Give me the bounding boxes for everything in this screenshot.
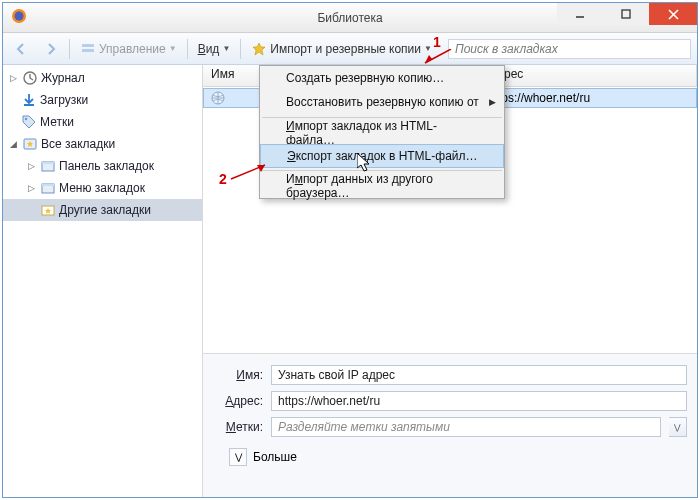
menu-item-label: Импорт данных из другого браузера…: [286, 172, 482, 200]
forward-button[interactable]: [39, 37, 63, 61]
sidebar-item-label: Загрузки: [40, 93, 88, 107]
separator: [240, 39, 241, 59]
chevron-down-icon: ▼: [169, 44, 177, 53]
menu-item-label: Создать резервную копию…: [286, 71, 444, 85]
svg-rect-10: [24, 104, 34, 106]
address-value: https://whoer.net/ru: [278, 394, 380, 408]
svg-rect-6: [82, 44, 94, 47]
menu-item-label: Экспорт закладок в HTML-файл…: [287, 149, 478, 163]
menu-import-html[interactable]: Импорт закладок из HTML-файла…: [260, 121, 504, 145]
column-address[interactable]: Адрес: [481, 65, 697, 86]
svg-point-11: [25, 118, 27, 120]
sidebar-item-label: Меню закладок: [59, 181, 145, 195]
svg-rect-3: [622, 10, 630, 18]
sidebar-item-downloads[interactable]: Загрузки: [3, 89, 202, 111]
menu-export-html[interactable]: Экспорт закладок в HTML-файл…: [260, 144, 504, 168]
folder-icon: [40, 158, 56, 174]
chevron-down-icon: ▼: [222, 44, 230, 53]
search-input[interactable]: Поиск в закладках: [448, 39, 691, 59]
expand-icon[interactable]: ▷: [25, 183, 37, 193]
folder-icon: [40, 180, 56, 196]
app-icon: [11, 8, 27, 27]
label-address: Адрес:: [213, 394, 263, 408]
sidebar-item-label: Все закладки: [41, 137, 115, 151]
sidebar-item-history[interactable]: ▷ Журнал: [3, 67, 202, 89]
svg-marker-8: [253, 43, 265, 55]
import-dropdown-menu: Создать резервную копию… Восстановить ре…: [259, 65, 505, 199]
maximize-button[interactable]: [603, 3, 649, 25]
toolbar: Управление ▼ Вид ▼ Импорт и резервные ко…: [3, 33, 697, 65]
sidebar-item-tags[interactable]: Метки: [3, 111, 202, 133]
address-field[interactable]: https://whoer.net/ru: [271, 391, 687, 411]
menu-item-label: Восстановить резервную копию от: [286, 95, 479, 109]
manage-button[interactable]: Управление ▼: [76, 37, 181, 61]
menu-restore-backup[interactable]: Восстановить резервную копию от ▶: [260, 90, 504, 114]
manage-label: Управление: [99, 42, 166, 56]
globe-icon: [210, 90, 226, 106]
close-button[interactable]: [649, 3, 697, 25]
svg-rect-7: [82, 49, 94, 52]
label-tags: Метки:: [213, 420, 263, 434]
title-bar: Библиотека: [3, 3, 697, 33]
tags-icon: [21, 114, 37, 130]
view-button[interactable]: Вид ▼: [194, 37, 235, 61]
sidebar-item-toolbar-bookmarks[interactable]: ▷ Панель закладок: [3, 155, 202, 177]
details-panel: Имя: Узнать свой IP адрес Адрес: https:/…: [203, 353, 697, 497]
menu-item-label: Импорт закладок из HTML-файла…: [286, 119, 482, 147]
close-icon: [668, 9, 679, 20]
history-icon: [22, 70, 38, 86]
name-field[interactable]: Узнать свой IP адрес: [271, 365, 687, 385]
forward-icon: [43, 41, 59, 57]
import-label: Импорт и резервные копии: [270, 42, 421, 56]
svg-rect-15: [42, 162, 54, 164]
sidebar: ▷ Журнал Загрузки Метки ◢ Все закладки ▷…: [3, 65, 203, 497]
chevron-down-icon: ▼: [424, 44, 432, 53]
svg-point-1: [15, 12, 24, 21]
manage-icon: [80, 41, 96, 57]
minimize-icon: [575, 9, 585, 19]
menu-separator: [262, 117, 502, 118]
sidebar-item-label: Журнал: [41, 71, 85, 85]
sidebar-item-label: Метки: [40, 115, 74, 129]
expand-icon[interactable]: ▷: [25, 161, 37, 171]
menu-import-browser[interactable]: Импорт данных из другого браузера…: [260, 174, 504, 198]
maximize-icon: [621, 9, 631, 19]
tags-field[interactable]: Разделяйте метки запятыми: [271, 417, 661, 437]
submenu-arrow-icon: ▶: [489, 97, 496, 107]
import-icon: [251, 41, 267, 57]
bookmarks-icon: [22, 136, 38, 152]
sidebar-item-label: Панель закладок: [59, 159, 154, 173]
sidebar-item-other-bookmarks[interactable]: Другие закладки: [3, 199, 202, 221]
tags-dropdown-button[interactable]: ⋁: [669, 417, 687, 437]
more-label: Больше: [253, 450, 297, 464]
annotation-2: 2: [219, 171, 227, 187]
separator: [187, 39, 188, 59]
tags-placeholder: Разделяйте метки запятыми: [278, 420, 450, 434]
back-button[interactable]: [9, 37, 33, 61]
sidebar-item-all-bookmarks[interactable]: ◢ Все закладки: [3, 133, 202, 155]
label-name: Имя:: [213, 368, 263, 382]
name-value: Узнать свой IP адрес: [278, 368, 395, 382]
folder-star-icon: [40, 202, 56, 218]
downloads-icon: [21, 92, 37, 108]
svg-rect-17: [42, 184, 54, 186]
collapse-icon[interactable]: ◢: [7, 139, 19, 149]
expand-more-button[interactable]: ⋁: [229, 448, 247, 466]
search-placeholder: Поиск в закладках: [455, 42, 558, 56]
sidebar-item-menu-bookmarks[interactable]: ▷ Меню закладок: [3, 177, 202, 199]
separator: [69, 39, 70, 59]
back-icon: [13, 41, 29, 57]
import-button[interactable]: Импорт и резервные копии ▼: [247, 37, 436, 61]
minimize-button[interactable]: [557, 3, 603, 25]
menu-create-backup[interactable]: Создать резервную копию…: [260, 66, 504, 90]
sidebar-item-label: Другие закладки: [59, 203, 151, 217]
expand-icon[interactable]: ▷: [7, 73, 19, 83]
view-label: Вид: [198, 42, 220, 56]
menu-separator: [262, 170, 502, 171]
annotation-1: 1: [433, 34, 441, 50]
